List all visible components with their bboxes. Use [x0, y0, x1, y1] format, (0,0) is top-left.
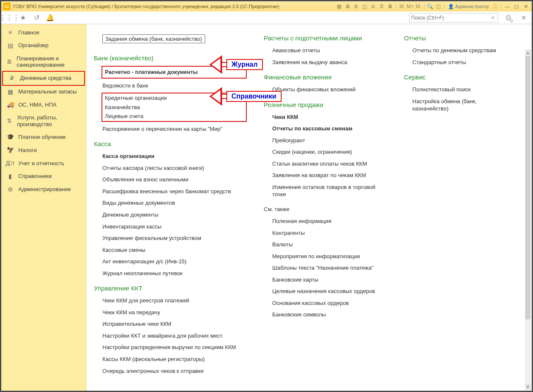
link-exchange-settings[interactable]: Настройка обмена (банк, казначейство): [404, 97, 514, 113]
section-accountable[interactable]: Расчеты с подотчетными лицами: [264, 34, 387, 42]
link-discounts[interactable]: Скидки (наценки, ограничения): [264, 147, 387, 157]
sidebar-item-planning[interactable]: 🗎Планирование и санкционирование: [1, 52, 86, 71]
section-kkt[interactable]: Управление ККТ: [94, 285, 247, 292]
sidebar-label: Денежные средства: [20, 75, 71, 82]
link-money-docs[interactable]: Денежные документы: [94, 210, 247, 220]
sidebar-item-references[interactable]: ▮Справочники: [1, 170, 86, 183]
link-money-doc-types[interactable]: Виды денежных документов: [94, 198, 247, 208]
sidebar-item-assets[interactable]: 🚚ОС, НМА, НПА: [1, 98, 86, 111]
scroll-up-icon[interactable]: ▲: [525, 50, 531, 56]
link-cash-order-bases[interactable]: Основания кассовых ордеров: [264, 299, 387, 308]
link-kkt-settings[interactable]: Настройки ККТ и эквайринга для рабочих м…: [94, 331, 247, 341]
link-currencies[interactable]: Валюты: [264, 240, 387, 249]
vertical-scrollbar[interactable]: ▲ ▼: [525, 50, 531, 390]
link-it-events[interactable]: Мероприятия по информатизации: [264, 252, 387, 261]
link-fulltext-search[interactable]: Полнотекстовый поиск: [404, 85, 514, 94]
link-bank-cards[interactable]: Банковские карты: [264, 275, 387, 285]
link-money-reports[interactable]: Отчеты по денежным средствам: [404, 46, 514, 55]
link-pricelist[interactable]: Прейскурант: [264, 136, 387, 145]
panel-close-icon[interactable]: ✕: [519, 14, 528, 22]
settings-icon[interactable]: ⚙⚙: [505, 13, 512, 23]
sidebar-item-education[interactable]: 🎓Платное обучение: [1, 130, 86, 144]
memory-m-icon[interactable]: M: [398, 3, 406, 10]
link-echeck-queue[interactable]: Очередь электронных чеков к отправке: [94, 367, 247, 376]
close-window-button[interactable]: ✕: [522, 3, 530, 10]
link-cash-shifts[interactable]: Кассовые смены: [94, 245, 247, 255]
link-useful-info[interactable]: Полезная информация: [264, 217, 387, 226]
windows-icon[interactable]: ◫: [435, 3, 443, 10]
link-fiscal-cashboxes[interactable]: Кассы ККМ (фискальные регистраторы): [94, 355, 247, 364]
memory-mplus-icon[interactable]: M+: [406, 3, 414, 10]
link-revenue-settings[interactable]: Настройки распределения выручки по секци…: [94, 343, 247, 352]
history-icon[interactable]: ↺: [32, 13, 41, 23]
search-box[interactable]: ×: [409, 13, 498, 23]
search-input[interactable]: [411, 15, 489, 21]
calendar-icon[interactable]: 🗓: [378, 3, 386, 10]
link-accounts[interactable]: Лицевые счета: [104, 112, 244, 121]
print-icon[interactable]: 🖶: [344, 3, 352, 10]
link-org-cashbox[interactable]: Касса организации: [94, 152, 247, 161]
sidebar-item-accounting[interactable]: ДͯтУчет и отчетность: [1, 157, 86, 170]
link-atm-deposit[interactable]: Расшифровка внесенных через банкомат сре…: [94, 187, 247, 196]
link-cash-order-purposes[interactable]: Целевые назначения кассовых ордеров: [264, 287, 387, 296]
section-bank[interactable]: Банк (казначейство): [94, 54, 247, 62]
search-clear-icon[interactable]: ×: [489, 14, 496, 21]
link-payment-templates[interactable]: Шаблоны текста "Назначение платежа": [264, 263, 387, 273]
link-credit-orgs[interactable]: Кредитные организации: [104, 93, 244, 103]
apps-icon[interactable]: ⋮⋮⋮: [5, 13, 14, 23]
link-stock-changes[interactable]: Изменения остатков товаров в торговой то…: [264, 183, 387, 199]
link-advance-reports[interactable]: Авансовые отчеты: [264, 46, 387, 55]
link-exchange-tasks[interactable]: Задания обмена (банк, казначейство): [102, 34, 205, 43]
link-inv15[interactable]: Акт инвентаризации д/с (Инв-15): [94, 257, 247, 266]
link-kkm-transfer[interactable]: Чеки ККМ на передачу: [94, 308, 247, 317]
link-standard-reports[interactable]: Стандартные отчеты: [404, 58, 514, 67]
link-bank-symbols[interactable]: Банковские символы: [264, 310, 387, 319]
link-kkm-registry[interactable]: Чеки ККМ для реестров платежей: [94, 296, 247, 305]
link-unpaid-journal[interactable]: Журнал неоплаченных путевок: [94, 269, 247, 278]
link-bank-statements[interactable]: Ведомости в банк: [94, 81, 247, 90]
section-retail[interactable]: Розничные продажи: [264, 101, 387, 108]
link-check-analytics[interactable]: Статьи аналитики оплаты чеков ККМ: [264, 159, 387, 169]
sidebar-item-organizer[interactable]: ▤Органайзер: [1, 39, 86, 52]
notifications-icon[interactable]: 🔔: [45, 13, 55, 23]
link-counterparties[interactable]: Контрагенты: [264, 228, 387, 238]
compare-icon[interactable]: ◫: [361, 3, 369, 10]
calc-icon[interactable]: 🖩: [386, 3, 394, 10]
print-preview-icon[interactable]: ▦: [336, 3, 343, 10]
link-mir-cards[interactable]: Распоряжения о перечислении на карты "Ми…: [94, 124, 247, 134]
section-investments[interactable]: Финансовые вложения: [264, 73, 387, 81]
link-cash-inventory[interactable]: Инвентаризация кассы: [94, 222, 247, 231]
link-advance-requests[interactable]: Заявления на выдачу аванса: [264, 58, 387, 67]
link-cashier-reports[interactable]: Отчеты кассира (листы кассовой книги): [94, 164, 247, 173]
scroll-thumb[interactable]: [525, 56, 530, 319]
scroll-track[interactable]: [525, 320, 531, 384]
link-fiscal-device[interactable]: Управление фискальным устройством: [94, 234, 247, 243]
link-refund-requests[interactable]: Заявления на возврат по чекам ККМ: [264, 171, 387, 180]
link-treasuries[interactable]: Казначейства: [104, 103, 244, 112]
user-label[interactable]: 👤Администратор: [446, 4, 491, 9]
link-investment-objects[interactable]: Объекты финансовых вложений: [264, 85, 387, 94]
maximize-button[interactable]: ▢: [512, 3, 521, 10]
sidebar-item-taxes[interactable]: 🦅Налоги: [1, 144, 86, 157]
favorite-icon[interactable]: ★: [18, 13, 28, 23]
help-icon[interactable]: ⓘ: [491, 3, 499, 10]
sidebar-item-services[interactable]: ⇅Услуги, работы, производство: [1, 111, 86, 130]
zoom-icon[interactable]: 🔍: [426, 3, 434, 10]
sidebar-item-materials[interactable]: ▦Материальные запасы: [1, 85, 86, 99]
scroll-down-icon[interactable]: ▼: [525, 384, 531, 390]
copy-icon[interactable]: ⧉: [369, 3, 377, 10]
sidebar-item-main[interactable]: ≡Главное: [1, 26, 86, 39]
sidebar-item-money[interactable]: ₽Денежные средства: [2, 71, 85, 86]
sidebar-item-admin[interactable]: ⚙Администрирование: [1, 183, 86, 196]
minimize-button[interactable]: —: [503, 3, 511, 10]
memory-mminus-icon[interactable]: M-: [415, 3, 423, 10]
link-kkm-correction[interactable]: Исправительные чеки ККМ: [94, 319, 247, 329]
section-reports[interactable]: Отчеты: [404, 34, 514, 42]
section-service[interactable]: Сервис: [404, 73, 514, 81]
section-kassa[interactable]: Касса: [94, 140, 247, 147]
doc-icon[interactable]: 🗎: [353, 3, 360, 10]
link-kkm-checks[interactable]: Чеки ККМ: [264, 113, 387, 122]
link-payment-docs[interactable]: Расчетно - платежные документы: [104, 68, 244, 77]
link-cash-deposit[interactable]: Объявления на взнос наличными: [94, 175, 247, 184]
link-shift-reports[interactable]: Отчеты по кассовым сменам: [264, 124, 387, 133]
